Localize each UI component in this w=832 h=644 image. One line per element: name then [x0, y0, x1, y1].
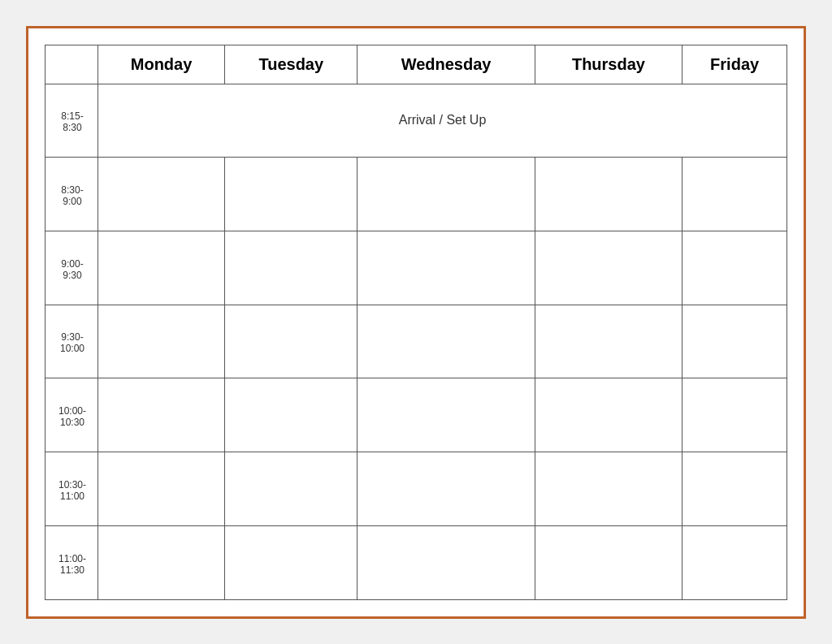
- header-tuesday: Tuesday: [225, 45, 358, 84]
- cell-tue-1030: [225, 452, 358, 526]
- cell-tue-830: [225, 158, 358, 231]
- arrival-cell: Arrival / Set Up: [98, 84, 787, 158]
- cell-thu-900: [535, 231, 682, 305]
- cell-thu-1100: [535, 525, 682, 599]
- arrival-row: 8:15- 8:30 Arrival / Set Up: [46, 84, 787, 158]
- cell-wed-1000: [358, 378, 535, 452]
- cell-thu-1000: [535, 378, 682, 452]
- cell-mon-1100: [98, 525, 225, 599]
- header-thursday: Thursday: [535, 45, 682, 84]
- header-monday: Monday: [98, 45, 225, 84]
- cell-tue-900: [225, 231, 358, 305]
- cell-mon-900: [98, 231, 225, 305]
- cell-mon-1000: [98, 378, 225, 452]
- cell-thu-930: [535, 305, 682, 378]
- cell-mon-1030: [98, 452, 225, 526]
- cell-thu-1030: [535, 452, 682, 526]
- header-empty-cell: [46, 45, 98, 84]
- header-wednesday: Wednesday: [358, 45, 535, 84]
- cell-mon-830: [98, 158, 225, 231]
- page-container: Monday Tuesday Wednesday Thursday Friday…: [26, 26, 806, 619]
- row-900-930: 9:00- 9:30: [46, 231, 787, 305]
- cell-fri-900: [682, 231, 787, 305]
- cell-fri-1000: [682, 378, 787, 452]
- cell-wed-930: [358, 305, 535, 378]
- cell-wed-1100: [358, 525, 535, 599]
- cell-fri-830: [682, 158, 787, 231]
- cell-fri-1100: [682, 525, 787, 599]
- cell-tue-1000: [225, 378, 358, 452]
- time-830-900: 8:30- 9:00: [46, 158, 98, 231]
- time-1100-1130: 11:00- 11:30: [46, 525, 98, 599]
- schedule-table: Monday Tuesday Wednesday Thursday Friday…: [45, 45, 787, 600]
- row-830-900: 8:30- 9:00: [46, 158, 787, 231]
- row-1000-1030: 10:00- 10:30: [46, 378, 787, 452]
- cell-tue-930: [225, 305, 358, 378]
- cell-fri-1030: [682, 452, 787, 526]
- cell-fri-930: [682, 305, 787, 378]
- time-1030-1100: 10:30- 11:00: [46, 452, 98, 526]
- cell-mon-930: [98, 305, 225, 378]
- time-1000-1030: 10:00- 10:30: [46, 378, 98, 452]
- row-930-1000: 9:30- 10:00: [46, 305, 787, 378]
- time-930-1000: 9:30- 10:00: [46, 305, 98, 378]
- cell-tue-1100: [225, 525, 358, 599]
- cell-thu-830: [535, 158, 682, 231]
- row-1100-1130: 11:00- 11:30: [46, 525, 787, 599]
- cell-wed-1030: [358, 452, 535, 526]
- cell-wed-830: [358, 158, 535, 231]
- header-friday: Friday: [682, 45, 787, 84]
- time-815-830: 8:15- 8:30: [46, 84, 98, 158]
- row-1030-1100: 10:30- 11:00: [46, 452, 787, 526]
- cell-wed-900: [358, 231, 535, 305]
- time-900-930: 9:00- 9:30: [46, 231, 98, 305]
